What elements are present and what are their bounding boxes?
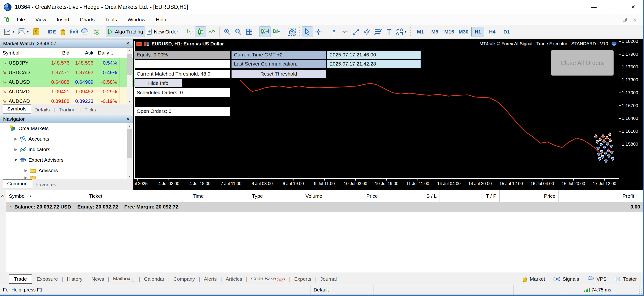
hide-info-button[interactable]: Hide Info [134, 79, 182, 87]
bar-chart-mode-button[interactable] [184, 26, 195, 37]
orders-column-profit[interactable]: Profit [558, 190, 637, 202]
scrollbar-thumb[interactable] [127, 129, 132, 158]
toolbox-tab-journal[interactable]: Journal [317, 276, 340, 282]
profile-selector[interactable]: Default [311, 285, 374, 295]
dock-tester-button[interactable]: Tester [615, 276, 637, 282]
nav-item-indicators[interactable]: ▶Indicators [0, 144, 133, 155]
timeframe-m1[interactable]: M1 [414, 27, 427, 37]
signals-button[interactable] [68, 26, 80, 37]
reset-threshold-button[interactable]: Reset Threshold [232, 70, 326, 78]
nav-item-orca-markets[interactable]: Orca Markets [0, 123, 133, 134]
doc-close-button[interactable]: ✕ [633, 17, 637, 22]
tab-symbols[interactable]: Symbols [3, 105, 31, 113]
menu-help[interactable]: Help [150, 14, 172, 25]
dock-vps-button[interactable]: VPS [587, 276, 607, 282]
market-watch-row-audcad[interactable]: ↘AUDCAD0.891880.89223-0.19% [0, 96, 133, 105]
toolbox-tab-news[interactable]: News [88, 276, 108, 282]
chart-shift-button[interactable] [271, 26, 282, 37]
auto-scroll-button[interactable] [259, 26, 271, 37]
trendline-tool-button[interactable] [350, 26, 362, 37]
orders-column-type[interactable]: Type [207, 190, 266, 202]
toolbox-tab-experts[interactable]: Experts [291, 276, 314, 282]
close-icon[interactable]: ✕ [126, 41, 130, 46]
add-signal-button[interactable] [90, 26, 102, 37]
deposit-button[interactable]: $ [31, 26, 42, 37]
chevron-right-icon[interactable]: ▶ [23, 168, 29, 173]
tab-favorites[interactable]: Favorites [32, 182, 59, 187]
resize-grip[interactable] [638, 285, 644, 295]
column-ask[interactable]: Ask [72, 48, 96, 58]
column-bid[interactable]: Bid [48, 48, 72, 58]
orders-column-tp[interactable]: T / P [440, 190, 500, 202]
tab-ticks[interactable]: Ticks [81, 107, 99, 113]
toolbox-tab-trade[interactable]: Trade [9, 275, 32, 284]
orders-column-symbol[interactable]: Symbol▲ [6, 190, 86, 202]
chart-profile-dropdown[interactable]: ▼ [16, 26, 31, 37]
toolbox-tab-code-base[interactable]: Code Base7627 [248, 276, 289, 282]
column-daily[interactable]: Daily ... [96, 48, 120, 58]
screenshot-button[interactable] [286, 26, 297, 37]
chart-type-dropdown[interactable]: ▼ [2, 26, 16, 37]
zoom-in-button[interactable] [222, 26, 233, 37]
timeframe-m30[interactable]: M30 [457, 27, 470, 37]
orders-column-ticket[interactable]: Ticket [86, 190, 139, 202]
navigator-header[interactable]: Navigator ✕ [0, 115, 133, 123]
ide-button[interactable]: IDE [46, 26, 58, 37]
chevron-down-icon[interactable]: ▼ [13, 158, 19, 162]
crosshair-tool-button[interactable] [313, 26, 324, 37]
menu-view[interactable]: View [30, 14, 52, 25]
market-watch-row-usdjpy[interactable]: ↘USDJPY148.576148.5960.54% [0, 58, 133, 68]
dock-market-button[interactable]: Market [522, 276, 545, 282]
line-chart-mode-button[interactable] [206, 26, 217, 37]
cursor-tool-button[interactable] [302, 26, 313, 37]
market-button[interactable] [58, 26, 68, 37]
new-order-button[interactable]: New Order [145, 26, 180, 37]
scroll-down-icon[interactable]: ▼ [127, 99, 132, 105]
channel-tool-button[interactable] [362, 26, 372, 37]
horizontal-line-tool-button[interactable] [340, 26, 350, 37]
market-watch-row-audnzd[interactable]: ↘AUDNZD1.094211.09452-0.29% [0, 87, 133, 96]
orders-column-sl[interactable]: S / L [381, 190, 440, 202]
tab-details[interactable]: Details [31, 107, 53, 113]
toolbox-tab-alerts[interactable]: Alerts [200, 276, 220, 282]
menu-tools[interactable]: Tools [100, 14, 122, 25]
minimize-button[interactable]: — [584, 0, 604, 14]
orders-column-time[interactable]: Time [139, 190, 207, 202]
vps-button[interactable] [80, 26, 90, 37]
scroll-up-icon[interactable]: ▲ [127, 48, 132, 53]
menu-window[interactable]: Window [122, 14, 150, 25]
column-symbol[interactable]: Symbol [0, 48, 48, 58]
candlestick-mode-button[interactable] [195, 26, 206, 37]
toolbox-close-icon[interactable]: ✕ [1, 193, 4, 198]
chart-area[interactable]: ▲▼▼▼▼▲▼▼▼▲▲▼▼▼▲▼▲▼▲▲▼▼▼ EURUSD, H1: Euro… [133, 39, 644, 190]
toolbox-tab-company[interactable]: Company [170, 276, 198, 282]
toolbox-tab-history[interactable]: History [64, 276, 86, 282]
algo-trading-button[interactable]: Algo Trading [106, 26, 145, 37]
connection-status[interactable]: 74.75 ms [560, 285, 614, 295]
menu-charts[interactable]: Charts [75, 14, 100, 25]
orders-column-price[interactable]: Price [500, 190, 558, 202]
dock-signals-button[interactable]: Signals [553, 276, 579, 282]
tab-trading[interactable]: Trading [55, 107, 79, 113]
timeframe-d1[interactable]: D1 [500, 27, 513, 37]
navigator-scrollbar[interactable]: ▲ ▼ [127, 123, 132, 179]
nav-item-advisors[interactable]: ▶Advisors [0, 165, 133, 176]
close-button[interactable]: ✕ [624, 0, 643, 14]
doc-restore-button[interactable] [623, 18, 627, 21]
scroll-up-icon[interactable]: ▲ [127, 123, 132, 129]
toolbox-tab-articles[interactable]: Articles [222, 276, 246, 282]
scroll-down-icon[interactable]: ▼ [127, 174, 132, 179]
market-watch-row-usdcad[interactable]: ↘USDCAD1.374711.374920.49% [0, 68, 133, 77]
chevron-right-icon[interactable]: ▶ [13, 147, 19, 151]
vertical-line-tool-button[interactable] [328, 26, 340, 37]
menu-insert[interactable]: Insert [52, 14, 75, 25]
market-watch-row-audusd[interactable]: ↘AUDUSD0.648880.64909-0.58% [0, 77, 133, 87]
orders-column-price[interactable]: Price [325, 190, 381, 202]
zoom-out-button[interactable] [233, 26, 244, 37]
orders-column-volume[interactable]: Volume [266, 190, 325, 202]
toolbox-tab-mailbox[interactable]: Mailbox11 [110, 276, 138, 282]
timeframe-m5[interactable]: M5 [428, 27, 441, 37]
close-all-orders-button[interactable]: Close All Orders [551, 50, 614, 76]
timeframe-m15[interactable]: M15 [443, 27, 456, 37]
toolbox-tab-exposure[interactable]: Exposure [33, 276, 61, 282]
